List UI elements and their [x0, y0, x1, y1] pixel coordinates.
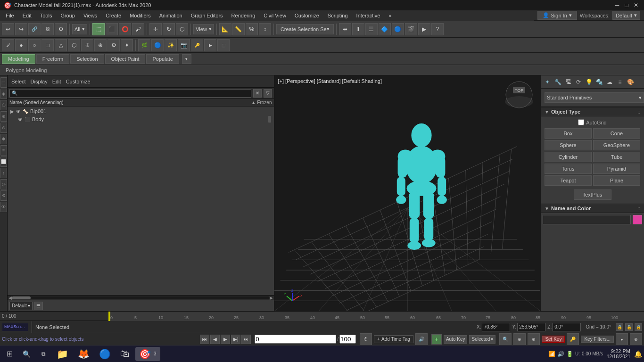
vert-btn-9[interactable]: ↕	[0, 168, 7, 178]
layer-icon-btn[interactable]: ☰	[34, 302, 43, 310]
create-selection-button[interactable]: Create Selection Se ▾	[276, 24, 334, 34]
scene-item-body[interactable]: 👁 ⬛ Body	[8, 115, 273, 123]
menu-animation[interactable]: Animation	[156, 11, 186, 20]
render-frame-button[interactable]: ▶	[418, 23, 430, 35]
taskbar-app-firefox[interactable]: 🦊	[74, 347, 93, 361]
sign-in-button[interactable]: 👤 Sign In ▾	[537, 11, 577, 20]
sub-foliage-button[interactable]: 🌿	[138, 39, 150, 51]
frame-max-input[interactable]	[339, 335, 356, 344]
taskbar-app-folder[interactable]: 📁	[53, 347, 72, 361]
bind-button[interactable]: ⚙	[55, 23, 67, 35]
object-name-input[interactable]	[543, 215, 631, 224]
sub-camera-button[interactable]: 📷	[178, 39, 190, 51]
vert-btn-5[interactable]: ⊙	[0, 123, 7, 133]
tab-populate[interactable]: Populate	[146, 54, 179, 64]
menu-customize[interactable]: Customize	[291, 11, 323, 20]
vert-btn-2[interactable]: ◈	[0, 89, 7, 99]
display-tab-button[interactable]: 💡	[584, 77, 594, 87]
workspace-dropdown[interactable]: Default ▾	[612, 11, 640, 20]
object-type-section-header[interactable]: ▼ Object Type ::	[541, 107, 644, 116]
tab-freeform[interactable]: Freeform	[36, 54, 70, 64]
vert-btn-4[interactable]: ⊕	[0, 111, 7, 122]
set-key-button[interactable]: Set Key	[542, 336, 565, 343]
render2-tab-button[interactable]: 🎨	[626, 77, 635, 87]
filter-options-button[interactable]: ▽	[264, 89, 272, 98]
x-value[interactable]: 70.86°	[482, 323, 510, 331]
anim-extra-4[interactable]: ⊕	[630, 333, 642, 346]
vert-btn-12[interactable]: 👁	[0, 202, 7, 212]
extra-tab-button[interactable]: ≡	[615, 77, 625, 87]
notification-icon[interactable]: 🔔	[634, 350, 642, 358]
name-sort-label[interactable]: Name (Sorted Ascending)	[9, 100, 64, 105]
color-swatch[interactable]	[633, 215, 642, 224]
tab-object-paint[interactable]: Object Paint	[105, 54, 146, 64]
sub-misc1-button[interactable]: ⬚	[217, 39, 230, 51]
sub-effects-button[interactable]: ✨	[165, 39, 177, 51]
clock[interactable]: 9:22 PM 12/18/2021	[607, 348, 630, 359]
add-time-tag-button[interactable]: + Add Time Tag	[374, 335, 413, 343]
lasso-button[interactable]: ⭕	[119, 23, 131, 35]
menu-group[interactable]: Group	[57, 11, 79, 20]
vert-btn-1[interactable]: ⬚	[0, 77, 7, 88]
tube-button[interactable]: Tube	[593, 152, 640, 162]
plane-button[interactable]: Plane	[593, 175, 640, 186]
clear-filter-button[interactable]: ✕	[253, 89, 262, 98]
prev-frame-button[interactable]: ◀	[210, 335, 220, 344]
sub-sphere-button[interactable]: ●	[15, 39, 27, 51]
unlink-button[interactable]: ⛓	[41, 23, 54, 35]
paint-select-button[interactable]: 🖌	[132, 23, 144, 35]
menu-create[interactable]: Create	[102, 11, 125, 20]
menu-file[interactable]: File	[2, 11, 18, 20]
mirror-button[interactable]: ⬌	[339, 23, 351, 35]
go-start-button[interactable]: ⏮	[200, 335, 209, 344]
snap-toggle-button[interactable]: 📐	[219, 23, 231, 35]
tab-selection[interactable]: Selection	[70, 54, 104, 64]
torus-button[interactable]: Torus	[545, 164, 592, 174]
eye-icon2[interactable]: 👁	[18, 117, 23, 122]
lock-y-button[interactable]: 🔒	[625, 323, 633, 331]
rotate-button[interactable]: ↻	[163, 23, 175, 35]
minimize-button[interactable]: ─	[613, 1, 621, 9]
sub-connect-button[interactable]: ⊕	[94, 39, 107, 51]
percent-snap-button[interactable]: %	[246, 23, 258, 35]
sub-pivot-button[interactable]: ✦	[121, 39, 133, 51]
volume-icon[interactable]: 🔊	[557, 351, 564, 357]
task-view-button[interactable]: ⧉	[36, 347, 51, 361]
selected-dropdown[interactable]: Selected ▾	[469, 335, 495, 344]
hierarchy-tab-button[interactable]: 🏗	[563, 77, 573, 87]
audio-button[interactable]: 🔊	[415, 333, 428, 346]
sub-cylinder-button[interactable]: ⬡	[68, 39, 80, 51]
sub-extra-button[interactable]: ▶	[204, 39, 216, 51]
lock-z-button[interactable]: 🔒	[635, 323, 642, 331]
cylinder-button[interactable]: Cylinder	[545, 152, 592, 162]
sub-bulge-button[interactable]: 🔵	[151, 39, 164, 51]
layer-manager-button[interactable]: ☰	[365, 23, 378, 35]
scene-item-bip001[interactable]: ▶ 👁 🦴 Bip001	[8, 107, 273, 115]
scene-display[interactable]: Display	[29, 77, 50, 86]
sub-cone-button[interactable]: △	[55, 39, 67, 51]
modify-tab-button[interactable]: 🔧	[553, 77, 562, 87]
sub-key-button[interactable]: 🔑	[191, 39, 203, 51]
align-button[interactable]: ⬆	[352, 23, 364, 35]
menu-tools[interactable]: Tools	[36, 11, 56, 20]
anim-extra-1[interactable]: ⊕	[513, 333, 526, 346]
link-button[interactable]: 🔗	[28, 23, 41, 35]
box-button[interactable]: Box	[545, 128, 592, 139]
section-drag-handle-2[interactable]: ::	[637, 206, 640, 211]
key-filters-button[interactable]: Key Filters...	[581, 336, 614, 343]
help-button[interactable]: ?	[431, 23, 444, 35]
render-setup-button[interactable]: 🎬	[405, 23, 417, 35]
sub-settings-button[interactable]: ⚙	[107, 39, 120, 51]
search-taskbar-button[interactable]: 🔍	[19, 347, 34, 361]
vert-btn-10[interactable]: ◎	[0, 179, 7, 189]
cone-button[interactable]: Cone	[593, 128, 640, 139]
taskbar-app-store[interactable]: 🛍	[116, 347, 133, 361]
pyramid-button[interactable]: Pyramid	[593, 164, 640, 174]
menu-views[interactable]: Views	[80, 11, 101, 20]
section-drag-handle-1[interactable]: ::	[637, 109, 640, 115]
taskbar-app-3dsmax[interactable]: 🎯 3	[135, 347, 160, 361]
y-value[interactable]: 253.505°	[517, 323, 545, 331]
frame-input[interactable]	[255, 335, 336, 344]
network-icon[interactable]: 📶	[548, 351, 555, 357]
time-config-button[interactable]: ⏱	[360, 333, 372, 346]
